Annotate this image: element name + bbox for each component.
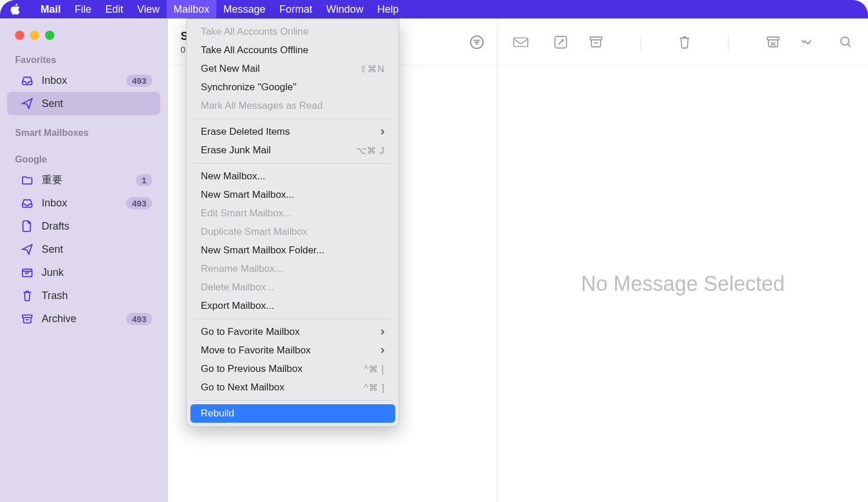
sidebar-item-drafts[interactable]: Drafts (7, 215, 160, 238)
sidebar-item-sent[interactable]: Sent (7, 92, 160, 115)
menu-item-label: Export Mailbox... (201, 300, 274, 312)
menu-item-label: Take All Accounts Online (201, 26, 308, 38)
sidebar-section-smart: Smart Mailboxes (0, 126, 167, 142)
mailbox-menu-dropdown: Take All Accounts OnlineTake All Account… (186, 19, 399, 427)
reader-body: No Message Selected (498, 65, 868, 502)
menu-item[interactable]: Export Mailbox... (190, 297, 395, 315)
menu-separator (194, 163, 392, 164)
menubar-message[interactable]: Message (216, 0, 273, 19)
menu-item-label: Take All Accounts Offline (201, 45, 308, 56)
sidebar-item-inbox[interactable]: Inbox 493 (7, 69, 160, 92)
sidebar-badge: 1 (136, 174, 152, 186)
menubar: Mail File Edit View Mailbox Message Form… (0, 0, 868, 19)
sidebar-item-label: Trash (42, 290, 152, 302)
filter-icon[interactable] (469, 35, 484, 50)
trash-icon[interactable] (678, 35, 691, 50)
search-icon[interactable] (839, 35, 853, 49)
menubar-format[interactable]: Format (273, 0, 319, 19)
toolbar-separator (728, 34, 729, 50)
folder-icon (20, 172, 35, 187)
menu-item-label: Erase Deleted Items (201, 126, 290, 138)
window-traffic-lights (0, 31, 167, 53)
menu-item: Delete Mailbox... (190, 278, 395, 297)
menubar-mailbox[interactable]: Mailbox (167, 0, 216, 19)
close-window-button[interactable] (15, 31, 24, 40)
drafts-icon (20, 219, 35, 234)
zoom-window-button[interactable] (45, 31, 54, 40)
sidebar-item-label: Sent (42, 98, 152, 110)
menu-item[interactable]: Synchronize "Google" (190, 78, 395, 97)
menu-item[interactable]: Get New Mail⇧⌘N (190, 60, 395, 78)
svg-rect-6 (767, 37, 779, 40)
menu-shortcut: ⌥⌘ J (356, 145, 385, 156)
chevron-right-icon (380, 128, 385, 135)
inbox-icon (20, 73, 35, 88)
menu-item[interactable]: Take All Accounts Offline (190, 41, 395, 60)
menubar-app-name[interactable]: Mail (34, 0, 68, 19)
svg-point-7 (841, 37, 849, 45)
menu-separator (194, 319, 392, 319)
menu-item[interactable]: New Mailbox... (190, 167, 395, 186)
message-list-subtitle: 0 (181, 45, 185, 54)
reader-pane: No Message Selected (498, 19, 868, 502)
menubar-view[interactable]: View (130, 0, 167, 19)
menu-item-label: Mark All Messages as Read (201, 100, 323, 112)
sidebar-badge: 493 (126, 197, 152, 209)
menu-item[interactable]: Go to Next Mailbox^⌘ ] (190, 378, 395, 397)
junk-icon[interactable] (766, 35, 781, 49)
apple-logo-icon[interactable] (10, 3, 21, 15)
menu-item-label: Go to Favorite Mailbox (201, 326, 300, 338)
sidebar-section-google: Google (0, 152, 167, 168)
menu-item-label: Get New Mail (201, 63, 260, 75)
menu-shortcut: ^⌘ ] (364, 382, 385, 393)
compose-icon[interactable] (553, 35, 568, 50)
sidebar-item-google-inbox[interactable]: Inbox 493 (7, 191, 160, 215)
trash-icon (20, 288, 35, 303)
no-message-label: No Message Selected (581, 272, 785, 296)
mail-window: Favorites Inbox 493 Sent Smart Mailboxes… (0, 19, 868, 502)
sidebar-item-label: Sent (42, 243, 152, 256)
menu-item-label: New Smart Mailbox... (201, 189, 295, 201)
menu-item[interactable]: Erase Deleted Items (190, 123, 395, 141)
sidebar-item-label: Inbox (42, 197, 126, 209)
toolbar-separator (641, 34, 641, 50)
overflow-icon[interactable] (801, 38, 815, 46)
menubar-file[interactable]: File (68, 0, 98, 19)
minimize-window-button[interactable] (30, 31, 39, 40)
sidebar-item-archive[interactable]: Archive 493 (7, 307, 160, 330)
menu-item[interactable]: New Smart Mailbox... (190, 186, 395, 204)
menu-item: Duplicate Smart Mailbox (190, 223, 395, 241)
svg-rect-1 (23, 315, 32, 318)
menubar-help[interactable]: Help (370, 0, 406, 19)
menu-item[interactable]: Rebuild (190, 404, 395, 423)
svg-rect-3 (514, 38, 528, 46)
sidebar-badge: 493 (126, 313, 152, 325)
archive-icon[interactable] (589, 35, 604, 49)
menu-item[interactable]: New Smart Mailbox Folder... (190, 241, 395, 260)
chevron-right-icon (380, 347, 385, 354)
menu-item[interactable]: Go to Favorite Mailbox (190, 323, 395, 341)
sidebar-item-important[interactable]: 重要 1 (7, 168, 160, 191)
archive-icon (20, 311, 35, 326)
reply-icon[interactable] (513, 36, 529, 49)
menubar-edit[interactable]: Edit (98, 0, 130, 19)
sidebar-item-label: Junk (42, 267, 152, 279)
menu-item: Take All Accounts Online (190, 23, 395, 41)
menu-item[interactable]: Go to Previous Mailbox^⌘ [ (190, 360, 395, 378)
sidebar-item-label: Inbox (42, 75, 126, 87)
sidebar-item-trash[interactable]: Trash (7, 284, 160, 307)
sidebar-item-label: 重要 (42, 173, 136, 187)
sidebar-item-junk[interactable]: Junk (7, 261, 160, 284)
menu-item-label: Go to Previous Mailbox (201, 363, 303, 375)
sidebar-item-google-sent[interactable]: Sent (7, 238, 160, 261)
menu-item-label: Go to Next Mailbox (201, 382, 285, 393)
menu-item[interactable]: Erase Junk Mail⌥⌘ J (190, 141, 395, 160)
inbox-icon (20, 195, 35, 211)
menubar-window[interactable]: Window (319, 0, 370, 19)
menu-shortcut: ⇧⌘N (359, 64, 385, 75)
menu-item-label: New Smart Mailbox Folder... (201, 245, 325, 256)
menu-item: Rename Mailbox... (190, 260, 395, 278)
junk-icon (20, 265, 35, 280)
menu-item[interactable]: Move to Favorite Mailbox (190, 341, 395, 360)
menu-item-label: Delete Mailbox... (201, 282, 274, 293)
